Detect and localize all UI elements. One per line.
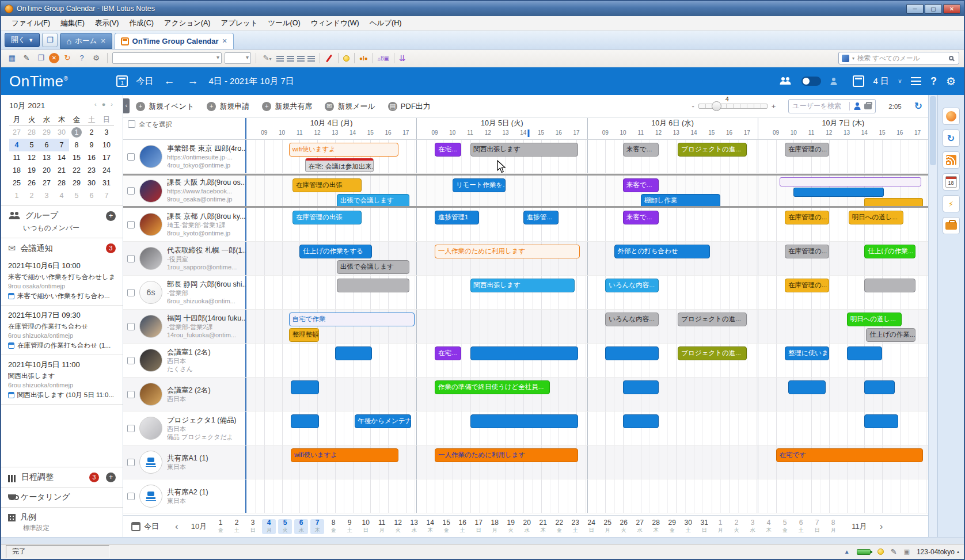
event-block[interactable]: 仕上げの作業をする xyxy=(299,245,372,258)
day-cell[interactable]: 在宅... xyxy=(416,344,587,377)
row-checkbox[interactable] xyxy=(127,459,135,466)
user-search-input[interactable]: ユーザーを検索 xyxy=(788,99,876,113)
menu-item-0[interactable]: ファイル(F) xyxy=(7,17,55,29)
menu-item-4[interactable]: アクション(A) xyxy=(159,17,215,29)
day-cell[interactable]: 一人作業のために利用します xyxy=(416,242,587,275)
feeds-icon[interactable] xyxy=(943,151,960,169)
prev-chevron-icon[interactable]: ‹ xyxy=(169,521,184,532)
day-cell[interactable]: 在庫管理の... xyxy=(758,276,928,309)
action-pdf-export-button[interactable]: ▤PDF出力 xyxy=(388,101,431,112)
view-calendar-icon[interactable] xyxy=(853,75,864,87)
date-nav-day[interactable]: 6水 xyxy=(294,519,308,534)
location-selector[interactable]: 123-04tokyo▴ xyxy=(917,548,959,556)
notices-header[interactable]: ✉ 会議通知 3 xyxy=(1,238,123,256)
event-block[interactable]: 整理に使いま... xyxy=(785,346,829,360)
tab-close-icon[interactable]: ✕ xyxy=(100,37,105,45)
menu-item-2[interactable]: 表示(V) xyxy=(90,17,124,29)
event-block[interactable]: 在庫管理の... xyxy=(785,143,829,157)
meeting-notice-item[interactable]: 2021年10月5日 11:00関西出張します6rou shizuoka/ont… xyxy=(1,355,123,405)
add-group-icon[interactable]: + xyxy=(106,211,116,221)
event-block[interactable]: 午後からメンテナ... xyxy=(355,414,411,428)
mini-cal-day[interactable]: 24 xyxy=(99,164,114,177)
mini-cal-day[interactable]: 13 xyxy=(39,151,54,164)
date-nav-day[interactable]: 8金 xyxy=(326,519,340,534)
day-cell[interactable]: 在庫管理の出張出張で会議します xyxy=(245,176,416,206)
date-nav-day[interactable]: 31日 xyxy=(697,519,711,534)
event-block[interactable]: 来客で... xyxy=(623,178,659,192)
event-block[interactable] xyxy=(793,188,884,197)
date-nav-day[interactable]: 3日 xyxy=(246,519,260,534)
row-checkbox[interactable] xyxy=(127,425,135,432)
day-cell[interactable]: 一人作業のために利用します xyxy=(416,445,587,479)
row-checkbox[interactable] xyxy=(127,357,135,364)
show-hidden-icon[interactable]: ●I● xyxy=(359,55,368,62)
mini-calendar-nav[interactable]: ‹ ● › xyxy=(94,101,115,111)
event-block[interactable]: 在宅... xyxy=(435,346,461,360)
prev-arrow-icon[interactable]: ← xyxy=(161,75,177,87)
mini-cal-day[interactable]: 5 xyxy=(24,139,39,151)
day-cell[interactable]: プロジェクトの進... xyxy=(587,344,758,377)
search-icon[interactable] xyxy=(949,56,953,60)
size-combobox[interactable] xyxy=(225,52,251,64)
mini-cal-day[interactable]: 1 xyxy=(69,126,84,139)
title-bar[interactable]: OnTime Group Calendar - IBM Lotus Notes … xyxy=(1,1,964,16)
permanent-pen-icon[interactable] xyxy=(326,54,332,62)
mini-cal-day[interactable]: 31 xyxy=(99,177,114,189)
zoom-minus[interactable]: - xyxy=(692,102,694,111)
gear-icon[interactable]: ⚙ xyxy=(946,75,956,88)
rename-icon[interactable]: ▵8▣ xyxy=(378,55,389,62)
event-block[interactable] xyxy=(470,346,579,360)
event-block[interactable] xyxy=(605,346,658,360)
date-nav-day[interactable]: 26火 xyxy=(617,519,630,534)
sort-icon[interactable]: ⇊ xyxy=(399,54,406,63)
style-combobox[interactable] xyxy=(112,52,222,64)
mini-cal-day[interactable]: 22 xyxy=(69,164,84,177)
event-block[interactable] xyxy=(623,380,659,394)
zoom-slider[interactable]: 4 xyxy=(698,104,768,109)
day-cell[interactable] xyxy=(245,344,416,377)
row-checkbox[interactable] xyxy=(127,153,135,161)
today-calendar-icon[interactable]: 1 xyxy=(116,75,128,87)
date-nav-day[interactable]: 2土 xyxy=(230,519,244,534)
day-cell[interactable]: 来客で...プロジェクトの進... xyxy=(587,140,758,173)
event-block[interactable]: プロジェクトの進... xyxy=(678,346,747,360)
day-cell[interactable] xyxy=(758,479,928,513)
menu-item-5[interactable]: アプレット xyxy=(216,17,262,29)
edit-document-icon[interactable]: ✎ xyxy=(20,52,33,64)
event-block[interactable]: 仕上げの作業... xyxy=(866,328,915,342)
user-cell[interactable]: 課長 京都 八郎(8rou ky...埼玉-営業部-営業1課8rou_kyoto… xyxy=(123,208,245,241)
day-cell[interactable] xyxy=(245,378,416,411)
today-button[interactable]: 今日 xyxy=(136,76,153,87)
event-block[interactable] xyxy=(470,414,579,428)
date-nav-day[interactable]: 7日 xyxy=(810,519,824,534)
date-nav-day[interactable]: 29金 xyxy=(665,519,679,534)
date-nav-day[interactable]: 11月 xyxy=(375,519,389,534)
mini-cal-day[interactable]: 19 xyxy=(24,164,39,177)
notice-link[interactable]: 来客で細かい作業を打ち合わ... xyxy=(8,292,116,300)
day-calendar-icon[interactable]: 18 xyxy=(943,173,960,191)
date-nav-day[interactable]: 22金 xyxy=(552,519,566,534)
mini-cal-day[interactable]: 16 xyxy=(84,151,99,164)
menu-item-8[interactable]: ヘルプ(H) xyxy=(365,17,406,29)
row-checkbox[interactable] xyxy=(127,493,135,500)
tab-home[interactable]: ⌂ホーム✕ xyxy=(60,33,112,49)
mini-cal-day[interactable]: 26 xyxy=(24,177,39,189)
date-nav-day[interactable]: 4木 xyxy=(762,519,776,534)
event-block[interactable] xyxy=(788,380,826,394)
mini-cal-day[interactable]: 12 xyxy=(24,151,39,164)
mini-cal-day[interactable]: 30 xyxy=(54,126,69,139)
event-block[interactable]: 在庫管理の... xyxy=(785,245,829,258)
widgets-icon[interactable]: ⚡ xyxy=(943,195,960,212)
event-block[interactable] xyxy=(291,380,319,394)
view-length[interactable]: 4 日 xyxy=(873,76,890,87)
event-block[interactable]: 整理整頓は... xyxy=(289,328,319,342)
close-button[interactable]: ✕ xyxy=(943,4,960,14)
date-nav-day[interactable]: 7木 xyxy=(310,519,324,534)
view-chevron-icon[interactable]: ˅ xyxy=(898,78,902,85)
resource-filter-icon[interactable] xyxy=(864,104,872,109)
event-block[interactable]: 在宅... xyxy=(435,143,461,157)
next-chevron-icon[interactable]: › xyxy=(874,521,889,532)
mini-cal-day[interactable]: 2 xyxy=(24,189,39,202)
day-cell[interactable]: 在庫管理の...仕上げの作業... xyxy=(758,242,928,275)
day-cell[interactable]: 午後からメンテナ... xyxy=(245,412,416,445)
